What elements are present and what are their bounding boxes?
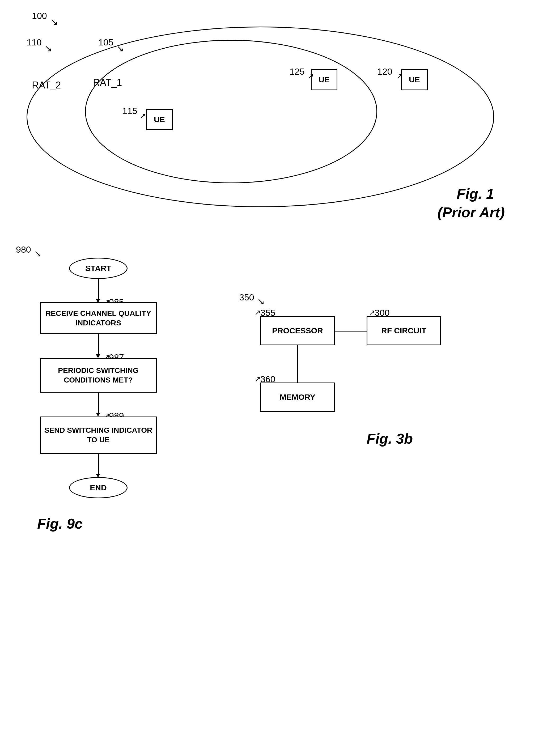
figure-9c: 980 ↘ START 985 ↗ RECEIVE CHANNEL QUALIT… — [16, 244, 202, 723]
line-proc-rf — [335, 331, 367, 332]
arrow-989-end — [98, 454, 99, 475]
arrow-350: ↘ — [257, 296, 265, 307]
rat2-label: RAT_2 — [32, 80, 61, 91]
start-oval: START — [69, 258, 128, 279]
arrow-115: ↗ — [140, 112, 146, 120]
ue-120: UE — [401, 69, 428, 90]
fig1-subtitle: (Prior Art) — [438, 204, 505, 220]
fig1-title: Fig. 1 — [457, 185, 494, 202]
line-proc-mem — [297, 345, 298, 383]
ref-100: 100 — [32, 11, 47, 21]
ue-125: UE — [311, 69, 337, 90]
arrow-987-989 — [98, 393, 99, 414]
arrow-980: ↘ — [34, 248, 41, 259]
fig9c-title: Fig. 9c — [37, 515, 83, 532]
ref-980: 980 — [16, 244, 31, 255]
figure-3b: 350 ↘ 355 ↗ PROCESSOR 300 ↗ RF CIRCUIT 3… — [239, 292, 505, 531]
ref-105: 105 — [98, 37, 113, 48]
ref-120: 120 — [377, 66, 392, 77]
ref-110: 110 — [27, 37, 42, 48]
arrow-105: ↘ — [116, 43, 124, 54]
arrow-985-987 — [98, 334, 99, 355]
rf-circuit-block: RF CIRCUIT — [367, 316, 441, 345]
arrowhead-2 — [96, 354, 100, 358]
rect-989: SEND SWITCHING INDICATOR TO UE — [40, 417, 157, 454]
fig3b-title: Fig. 3b — [367, 430, 413, 447]
rat1-label: RAT_1 — [93, 77, 122, 88]
ref-125: 125 — [290, 66, 305, 77]
arrow-355: ↗ — [254, 308, 261, 317]
arrow-300: ↗ — [369, 308, 375, 317]
arrow-125: ↗ — [308, 72, 314, 80]
end-oval: END — [69, 477, 128, 498]
arrow-360: ↗ — [254, 375, 261, 383]
memory-block: MEMORY — [260, 383, 335, 412]
arrowhead-3 — [96, 413, 100, 417]
processor-block: PROCESSOR — [260, 316, 335, 345]
arrow-120: ↗ — [396, 72, 402, 80]
figure-1: 100 ↘ 110 ↘ RAT_2 105 ↘ RAT_1 UE 115 ↗ U… — [16, 11, 521, 218]
arrow-110: ↘ — [45, 43, 52, 54]
ref-350: 350 — [239, 292, 254, 303]
rect-985: RECEIVE CHANNEL QUALITY INDICATORS — [40, 302, 157, 334]
ue-115: UE — [146, 109, 173, 130]
rect-987: PERIODIC SWITCHING CONDITIONS MET? — [40, 358, 157, 393]
arrow-100: ↘ — [50, 16, 58, 27]
ref-115: 115 — [122, 106, 137, 116]
arrow-start-985 — [98, 279, 99, 300]
